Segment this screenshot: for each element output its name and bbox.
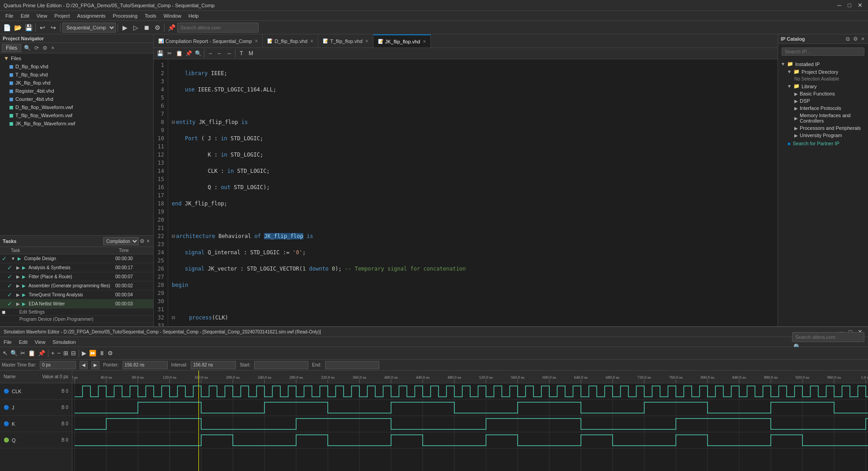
- save-button[interactable]: 💾: [24, 23, 33, 33]
- ip-search-input[interactable]: [782, 48, 864, 56]
- close-button[interactable]: ✕: [856, 2, 864, 9]
- wave-signal-k[interactable]: 🔵 K B 0: [0, 416, 72, 432]
- ip-item-project-dir[interactable]: ▼ 📁 Project Directory: [778, 68, 868, 76]
- new-file-button[interactable]: 📄: [2, 23, 12, 33]
- wave-delete-signal[interactable]: −: [57, 349, 62, 357]
- wave-signal-q[interactable]: 🟢 Q B 0: [0, 432, 72, 448]
- files-search-button[interactable]: 🔍: [23, 45, 32, 51]
- search-input[interactable]: [177, 23, 259, 33]
- wave-run[interactable]: ▶: [81, 349, 87, 357]
- tab-close-d[interactable]: ×: [310, 38, 313, 44]
- template-button[interactable]: T: [237, 49, 246, 58]
- files-tab[interactable]: Files: [2, 44, 21, 52]
- time-next-button[interactable]: ▶: [91, 361, 99, 369]
- task-row-compile[interactable]: ✓ ▼ ▶ Compile Design 00:00:30: [0, 254, 153, 263]
- cut-button[interactable]: ✂: [165, 49, 174, 58]
- ip-item-memory[interactable]: ▶ Memory Interfaces and Controllers: [778, 112, 868, 124]
- save-editor-button[interactable]: 💾: [156, 49, 165, 58]
- ip-item-processors[interactable]: ▶ Processors and Peripherals: [778, 124, 868, 132]
- master-time-input[interactable]: [40, 361, 76, 369]
- menu-view[interactable]: View: [33, 12, 51, 19]
- comment-button[interactable]: --: [225, 49, 234, 58]
- wave-menu-edit[interactable]: Edit: [15, 338, 31, 346]
- ip-item-dsp[interactable]: ▶ DSP: [778, 97, 868, 105]
- ip-item-interface[interactable]: ▶ Interface Protocols: [778, 105, 868, 112]
- wave-ungroup[interactable]: ⊟: [70, 349, 77, 357]
- task-row-edit-settings[interactable]: ◼ Edit Settings: [0, 309, 153, 316]
- wave-settings[interactable]: ⚙: [107, 349, 114, 357]
- tree-file-d-flip[interactable]: ◼ D_flip_flop.vhd: [0, 62, 153, 71]
- task-row-timequest[interactable]: ✓ ▶ ▶ TimeQuest Timing Analysis 00:00:04: [0, 290, 153, 300]
- wave-canvas[interactable]: [72, 371, 868, 471]
- ip-item-basic[interactable]: ▶ Basic Functions: [778, 90, 868, 97]
- tree-folder-files[interactable]: ▼ Files: [0, 54, 153, 62]
- paste-button[interactable]: 📌: [184, 49, 193, 58]
- minimize-button[interactable]: ─: [835, 2, 843, 9]
- tasks-settings-button[interactable]: ⚙: [139, 238, 146, 244]
- start-button[interactable]: ▷: [131, 23, 141, 33]
- start-input[interactable]: [254, 361, 308, 369]
- end-input[interactable]: [325, 361, 379, 369]
- wave-signal-clk[interactable]: 🔵 CLK B 0: [0, 383, 72, 400]
- task-row-eda[interactable]: ✓ ▶ ▶ EDA Netlist Writer 00:00:03: [0, 300, 153, 309]
- expand-icon-assembler[interactable]: ▶: [16, 283, 20, 288]
- analysis-button[interactable]: ⚙: [152, 23, 162, 33]
- files-sync-button[interactable]: ⟳: [33, 45, 40, 51]
- files-pin-button[interactable]: ×: [50, 45, 55, 51]
- expand-icon[interactable]: ▼: [11, 256, 15, 261]
- ip-item-installed[interactable]: ▼ 📁 Installed IP: [778, 60, 868, 68]
- menu-project[interactable]: Project: [51, 12, 73, 19]
- redo-button[interactable]: ↪: [48, 23, 58, 33]
- task-row-analysis[interactable]: ✓ ▶ ▶ Analysis & Synthesis 00:00:17: [0, 263, 153, 272]
- unindent-button[interactable]: ←: [215, 49, 224, 58]
- pin-button[interactable]: 📌: [166, 23, 176, 33]
- ip-expand-button[interactable]: ⧉: [845, 36, 851, 42]
- expand-icon-timequest[interactable]: ▶: [16, 292, 20, 297]
- macro-button[interactable]: M: [246, 49, 255, 58]
- tasks-select[interactable]: Compilation: [103, 237, 139, 245]
- wave-menu-view[interactable]: View: [31, 338, 49, 346]
- wave-cut[interactable]: ✂: [19, 349, 26, 357]
- wave-signal-j[interactable]: 🔵 J B 0: [0, 400, 72, 416]
- wave-menu-simulation[interactable]: Simulation: [49, 338, 79, 346]
- task-row-assembler[interactable]: ✓ ▶ ▶ Assembler (Generate programming fi…: [0, 281, 153, 290]
- ip-close-button[interactable]: ×: [860, 36, 865, 42]
- tree-file-t-flip[interactable]: ◼ T_flip_flop.vhd: [0, 71, 153, 79]
- wave-select-tool[interactable]: ↖: [2, 349, 9, 357]
- tab-jk-flip[interactable]: 📝 JK_flip_flop.vhd ×: [373, 34, 431, 48]
- menu-assignments[interactable]: Assignments: [74, 12, 109, 19]
- stop-button[interactable]: ⏹: [142, 23, 151, 33]
- wave-paste[interactable]: 📌: [37, 349, 46, 357]
- tab-close-t[interactable]: ×: [365, 38, 368, 44]
- tree-file-d-wave[interactable]: ◼ D_flip_flop_Waveform.vwf: [0, 103, 153, 111]
- task-row-program[interactable]: Program Device (Open Programmer): [0, 316, 153, 323]
- menu-help[interactable]: Help: [185, 12, 203, 19]
- tree-file-t-wave[interactable]: ◼ T_flip_flop_Waveform.vwf: [0, 111, 153, 119]
- wave-pause[interactable]: ⏸: [98, 349, 106, 357]
- tree-file-counter[interactable]: ◼ Counter_4bit.vhd: [0, 95, 153, 103]
- tree-file-register[interactable]: ◼ Register_4bit.vhd: [0, 87, 153, 95]
- wave-zoom-in[interactable]: 🔍: [9, 349, 19, 357]
- code-content[interactable]: library IEEE; use IEEE.STD_LOGIC_1164.AL…: [168, 59, 778, 326]
- wave-copy[interactable]: 📋: [27, 349, 36, 357]
- undo-button[interactable]: ↩: [38, 23, 47, 33]
- wave-add-signal[interactable]: +: [50, 349, 56, 357]
- time-prev-button[interactable]: ◀: [80, 361, 88, 369]
- menu-processing[interactable]: Processing: [109, 12, 141, 19]
- menu-file[interactable]: File: [2, 12, 17, 19]
- tab-d-flip[interactable]: 📝 D_flip_flop.vhd ×: [263, 34, 318, 48]
- files-settings-button[interactable]: ⚙: [42, 45, 48, 51]
- tree-file-jk-flip[interactable]: ◼ JK_flip_flop.vhd: [0, 79, 153, 87]
- menu-window[interactable]: Window: [160, 12, 185, 19]
- open-file-button[interactable]: 📂: [13, 23, 23, 33]
- ip-item-partner[interactable]: ● Search for Partner IP: [778, 139, 868, 148]
- wave-run-to[interactable]: ⏩: [88, 349, 97, 357]
- expand-icon-fitter[interactable]: ▶: [16, 274, 20, 279]
- ip-settings-button[interactable]: ⚙: [852, 36, 859, 42]
- copy-button[interactable]: 📋: [175, 49, 184, 58]
- interval-input[interactable]: [191, 361, 236, 369]
- find-button[interactable]: 🔍: [193, 49, 203, 58]
- tasks-pin-button[interactable]: ×: [146, 238, 151, 244]
- restore-button[interactable]: □: [846, 2, 853, 9]
- expand-icon-analysis[interactable]: ▶: [16, 265, 20, 270]
